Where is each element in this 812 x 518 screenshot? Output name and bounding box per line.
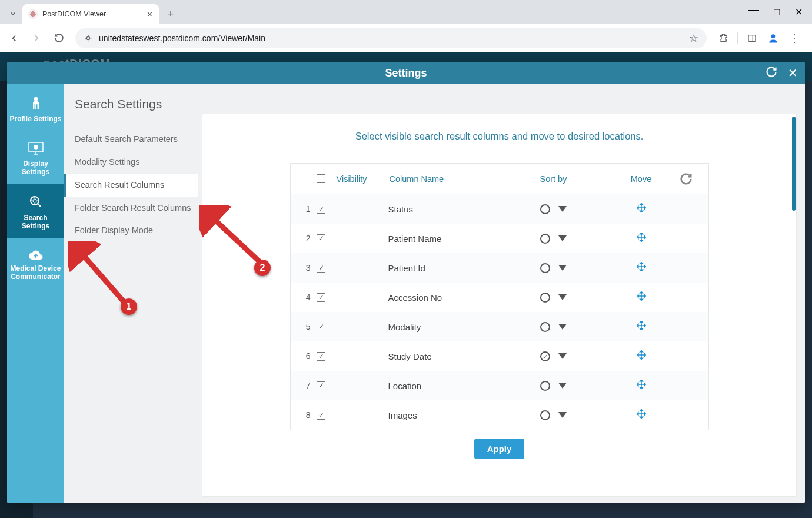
address-input[interactable]: unitedstateswest.postdicom.com/Viewer/Ma… [75,28,707,48]
sort-direction-icon[interactable] [558,265,567,271]
reload-button[interactable] [49,29,68,48]
move-handle-icon[interactable] [636,261,647,275]
move-handle-icon[interactable] [636,232,647,245]
column-name-cell: Study Date [388,351,540,361]
back-button[interactable] [5,29,24,48]
column-name-cell: Accession No [388,293,540,303]
sort-direction-icon[interactable] [558,206,567,212]
new-tab-button[interactable]: + [162,6,179,22]
svg-point-8 [34,145,38,149]
visibility-checkbox[interactable] [317,411,325,420]
column-name-cell: Status [388,204,540,214]
visibility-checkbox[interactable] [317,381,325,390]
sort-direction-icon[interactable] [558,324,567,330]
move-handle-icon[interactable] [636,350,647,363]
column-name-cell: Patient Id [388,263,540,273]
favicon-icon [28,9,38,19]
table-row: 6Study Date [291,341,708,371]
close-window-button[interactable]: ✕ [795,6,803,18]
forward-button[interactable] [27,29,46,48]
move-handle-icon[interactable] [636,202,647,216]
row-number: 4 [299,293,311,302]
panel-scrollbar[interactable] [791,114,796,496]
sort-radio[interactable] [540,381,550,391]
modal-titlebar: Settings ✕ [7,62,805,84]
svg-line-10 [38,204,41,207]
header-visibility[interactable]: Visibility [337,174,390,184]
sort-radio[interactable] [540,351,550,361]
sort-direction-icon[interactable] [558,294,567,300]
row-number: 6 [299,351,311,361]
subnav-search-result-columns[interactable]: Search Result Columns [64,174,198,197]
header-move[interactable]: Move [611,174,672,184]
svg-point-0 [86,36,89,39]
columns-table: Visibility Column Name Sort by Move 1Sta… [290,163,709,430]
side-panel-icon[interactable] [743,29,761,48]
subnav-folder-search-result-columns[interactable]: Folder Search Result Columns [64,197,198,220]
modal-close-button[interactable]: ✕ [788,66,798,80]
column-name-cell: Location [388,381,540,391]
row-number: 7 [299,381,311,390]
visibility-checkbox[interactable] [317,205,325,214]
sort-direction-icon[interactable] [558,235,567,241]
browser-titlebar: PostDICOM Viewer ✕ + — ☐ ✕ [0,0,812,24]
tab-search-button[interactable] [5,5,21,22]
modal-refresh-button[interactable] [766,66,777,81]
sort-radio[interactable] [540,204,550,214]
move-handle-icon[interactable] [636,379,647,393]
apply-button[interactable]: Apply [474,439,525,459]
sort-radio[interactable] [540,410,550,420]
table-header: Visibility Column Name Sort by Move [291,164,708,194]
subnav-title: Search Settings [64,97,198,128]
sort-radio[interactable] [540,234,550,244]
column-name-cell: Modality [388,322,540,332]
sidebar-item-profile[interactable]: Profile Settings [7,84,64,131]
visibility-checkbox[interactable] [317,293,325,302]
sort-radio[interactable] [540,293,550,303]
app-viewport: postDICOM Settings ✕ Profile Settings [0,52,812,518]
window-controls: — ☐ ✕ [748,0,812,24]
move-handle-icon[interactable] [636,320,647,334]
extensions-icon[interactable] [714,29,733,48]
table-row: 7Location [291,371,708,400]
close-tab-icon[interactable]: ✕ [147,10,153,19]
sort-radio[interactable] [540,322,550,332]
settings-main: Select visible search result columns and… [198,84,805,503]
move-handle-icon[interactable] [636,291,647,304]
sort-radio[interactable] [540,263,550,273]
sidebar-item-search[interactable]: Search Settings [7,184,64,238]
visibility-checkbox[interactable] [317,352,325,361]
star-icon[interactable]: ☆ [689,32,698,45]
column-name-cell: Images [388,410,540,420]
subnav-modality-settings[interactable]: Modality Settings [64,151,198,174]
maximize-button[interactable]: ☐ [773,8,781,17]
column-name-cell: Patient Name [388,234,540,244]
sidebar-item-display[interactable]: Display Settings [7,131,64,184]
visibility-checkbox[interactable] [317,234,325,243]
subnav-default-search-params[interactable]: Default Search Parameters [64,128,198,151]
settings-modal: Settings ✕ Profile Settings Display Sett… [7,62,805,503]
row-number: 2 [299,234,311,243]
visibility-checkbox[interactable] [317,264,325,273]
svg-point-11 [33,199,36,202]
minimize-button[interactable]: — [748,4,759,16]
menu-icon[interactable]: ⋮ [785,29,804,48]
browser-tab[interactable]: PostDICOM Viewer ✕ [22,4,159,24]
header-reset-icon[interactable] [672,172,700,185]
sort-direction-icon[interactable] [558,383,567,388]
tab-title: PostDICOM Viewer [42,10,142,18]
select-all-checkbox[interactable] [317,174,325,183]
visibility-checkbox[interactable] [317,323,325,331]
subnav-folder-display-mode[interactable]: Folder Display Mode [64,219,198,242]
sort-direction-icon[interactable] [558,353,567,359]
table-row: 2Patient Name [291,224,708,253]
header-column-name[interactable]: Column Name [390,174,540,184]
profile-avatar[interactable] [764,29,783,48]
panel-instruction: Select visible search result columns and… [202,114,796,163]
sidebar-item-medical-device[interactable]: Medical Device Communicator [7,238,64,289]
svg-point-3 [771,34,776,38]
row-number: 3 [299,263,311,273]
browser-addressbar: unitedstateswest.postdicom.com/Viewer/Ma… [0,24,812,52]
sort-direction-icon[interactable] [558,412,567,418]
move-handle-icon[interactable] [636,409,647,422]
